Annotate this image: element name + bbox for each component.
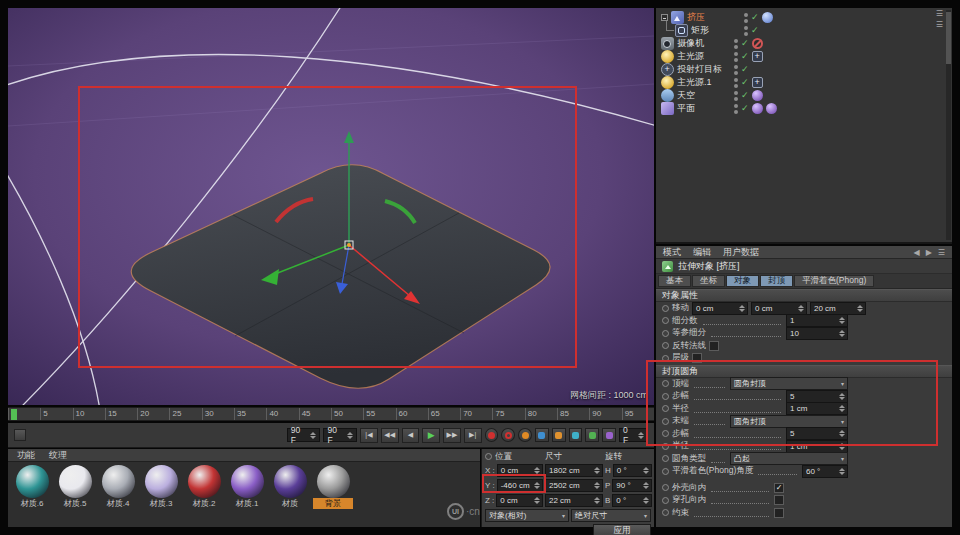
anim-dot[interactable] xyxy=(662,305,669,312)
tab-phong[interactable]: 平滑着色(Phong) xyxy=(794,275,874,287)
texture-tag-icon[interactable] xyxy=(766,103,777,114)
enabled-check-icon[interactable]: ✓ xyxy=(741,65,749,74)
object-label[interactable]: 挤压 xyxy=(687,11,705,24)
anim-dot[interactable] xyxy=(485,453,492,460)
current-frame-marker[interactable] xyxy=(11,409,17,420)
material-sphere[interactable] xyxy=(145,465,178,498)
size-z-field[interactable]: 22 cm xyxy=(545,494,603,507)
tab-object[interactable]: 对象 xyxy=(726,275,759,287)
record-scale-toggle[interactable] xyxy=(552,428,566,442)
material-sphere[interactable] xyxy=(188,465,221,498)
play-button[interactable]: ▶ xyxy=(422,428,440,443)
menu-mode[interactable]: 模式 xyxy=(663,246,681,259)
steps-field[interactable]: 5 xyxy=(786,390,848,403)
enabled-check-icon[interactable]: ✓ xyxy=(751,26,759,35)
rot-h-field[interactable]: 0 ° xyxy=(613,464,652,477)
object-label[interactable]: 投射灯目标 xyxy=(677,63,722,76)
object-properties-header[interactable]: 对象属性 xyxy=(656,289,952,302)
material-item[interactable]: 材质.4 xyxy=(98,465,138,509)
move-y-field[interactable]: 0 cm xyxy=(751,302,807,315)
coord-size-mode-dropdown[interactable]: 绝对尺寸▾ xyxy=(571,509,651,522)
previous-frame-button[interactable]: ◀ xyxy=(402,428,420,443)
record-position-toggle[interactable] xyxy=(535,428,549,442)
constrain-checkbox[interactable] xyxy=(774,508,784,518)
anim-dot[interactable] xyxy=(662,484,669,491)
enabled-check-icon[interactable]: ✓ xyxy=(741,91,749,100)
range-end-field[interactable]: 90 F xyxy=(323,428,357,442)
go-to-end-button[interactable]: ▶| xyxy=(464,428,482,443)
visibility-dots[interactable] xyxy=(734,52,738,62)
spinner[interactable] xyxy=(347,432,353,439)
enabled-check-icon[interactable]: ✓ xyxy=(741,39,749,48)
material-sphere[interactable] xyxy=(16,465,49,498)
lock-icon[interactable]: ☰ xyxy=(938,248,945,257)
spinner[interactable] xyxy=(638,432,644,439)
phong-tag-icon[interactable] xyxy=(762,12,773,23)
timeline-options-icon[interactable] xyxy=(14,429,26,441)
visibility-dots[interactable] xyxy=(744,13,748,23)
size-y-field[interactable]: 2502 cm xyxy=(545,479,603,492)
anim-dot[interactable] xyxy=(662,355,669,362)
next-key-button[interactable]: ▶▶ xyxy=(443,428,461,443)
menu-edit[interactable]: 编辑 xyxy=(693,246,711,259)
keyframe-selection-button[interactable] xyxy=(518,428,532,442)
anim-dot[interactable] xyxy=(662,497,669,504)
move-x-field[interactable]: 0 cm xyxy=(692,302,748,315)
range-start-field[interactable]: 90 F xyxy=(287,428,321,442)
hull-inward-checkbox[interactable]: ✓ xyxy=(774,483,784,493)
material-menu-texture[interactable]: 纹理 xyxy=(49,449,67,462)
material-sphere[interactable] xyxy=(274,465,307,498)
record-rotation-toggle[interactable] xyxy=(569,428,583,442)
material-sphere[interactable] xyxy=(102,465,135,498)
object-row-camera[interactable]: 摄像机 ✓ xyxy=(656,37,952,50)
enabled-check-icon[interactable]: ✓ xyxy=(751,13,759,22)
phong-angle-field[interactable]: 60 ° xyxy=(802,465,848,478)
anim-dot[interactable] xyxy=(662,418,669,425)
object-row-plane[interactable]: 平面 ✓ xyxy=(656,102,952,115)
target-tag-icon[interactable] xyxy=(752,51,763,62)
visibility-dots[interactable] xyxy=(734,104,738,114)
object-row-extrude[interactable]: 挤压 ✓ xyxy=(656,11,952,24)
caps-fillet-header[interactable]: 封顶圆角 xyxy=(656,365,952,378)
anim-dot[interactable] xyxy=(662,443,669,450)
visibility-dots[interactable] xyxy=(734,39,738,49)
iso-subdivision-field[interactable]: 10 xyxy=(786,327,848,340)
radius-field[interactable]: 1 cm xyxy=(786,440,848,453)
anim-dot[interactable] xyxy=(662,317,669,324)
menu-userdata[interactable]: 用户数据 xyxy=(723,246,759,259)
object-label[interactable]: 摄像机 xyxy=(677,37,704,50)
object-row-light-target[interactable]: 投射灯目标 ✓ xyxy=(656,63,952,76)
anim-dot[interactable] xyxy=(662,468,669,475)
object-row-rectangle[interactable]: 矩形 ✓ xyxy=(656,24,952,37)
target-tag-icon[interactable] xyxy=(752,77,763,88)
texture-tag-icon[interactable] xyxy=(752,90,763,101)
history-back-icon[interactable]: ◀ xyxy=(914,248,920,257)
size-x-field[interactable]: 1802 cm xyxy=(545,464,603,477)
material-sphere[interactable] xyxy=(231,465,264,498)
viewport-3d[interactable]: 网格间距 : 1000 cm xyxy=(8,8,654,405)
object-label[interactable]: 主光源 xyxy=(677,50,704,63)
autokey-button[interactable] xyxy=(501,428,515,442)
anim-dot[interactable] xyxy=(662,330,669,337)
anim-dot[interactable] xyxy=(662,405,669,412)
material-item[interactable]: 材质.3 xyxy=(141,465,181,509)
pos-x-field[interactable]: 0 cm xyxy=(497,464,543,477)
cap-end-dropdown[interactable]: 圆角封顶▾ xyxy=(730,415,848,428)
tab-coordinates[interactable]: 坐标 xyxy=(692,275,725,287)
tab-basic[interactable]: 基本 xyxy=(658,275,691,287)
tab-caps[interactable]: 封顶 xyxy=(760,275,793,287)
texture-tag-icon[interactable] xyxy=(752,103,763,114)
flip-normals-checkbox[interactable] xyxy=(709,341,719,351)
rot-p-field[interactable]: 90 ° xyxy=(612,479,652,492)
fillet-type-dropdown[interactable]: 凸起▾ xyxy=(730,452,848,465)
object-label[interactable]: 矩形 xyxy=(691,24,709,37)
cap-start-dropdown[interactable]: 圆角封顶▾ xyxy=(730,377,848,390)
object-row-main-light[interactable]: 主光源 ✓ xyxy=(656,50,952,63)
previous-key-button[interactable]: ◀◀ xyxy=(381,428,399,443)
material-sphere[interactable] xyxy=(59,465,92,498)
anim-dot[interactable] xyxy=(662,342,669,349)
steps-field[interactable]: 5 xyxy=(786,427,848,440)
radius-field[interactable]: 1 cm xyxy=(786,402,848,415)
collapse-toggle-icon[interactable] xyxy=(661,14,668,21)
enabled-check-icon[interactable]: ✓ xyxy=(741,104,749,113)
